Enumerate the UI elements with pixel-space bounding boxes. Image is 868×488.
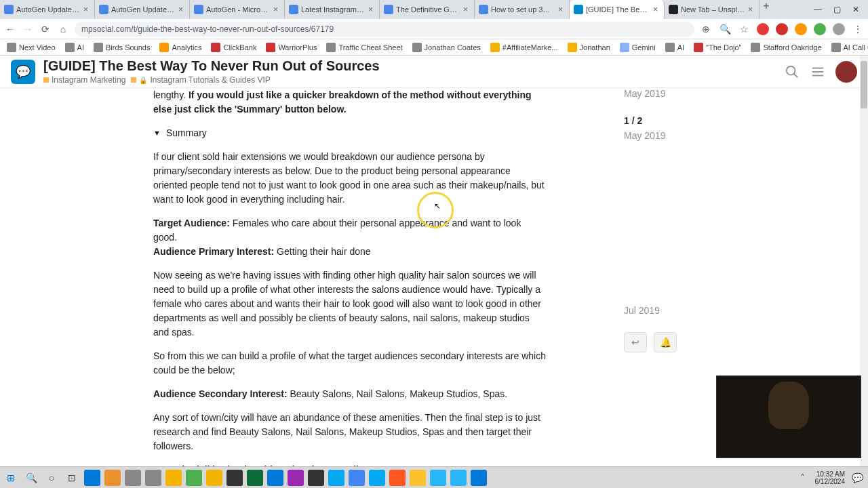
close-icon[interactable]: × <box>83 6 90 13</box>
taskbar-app[interactable] <box>165 470 182 486</box>
window-close[interactable]: ✕ <box>850 5 861 14</box>
start-button[interactable]: ⊞ <box>3 470 19 486</box>
bookmark-item[interactable]: Stafford Oakridge <box>748 41 824 54</box>
bookmark-icon <box>412 43 422 52</box>
taskbar-app[interactable] <box>349 470 365 486</box>
extension-icon[interactable] <box>757 23 769 35</box>
topic-title[interactable]: [GUIDE] The Best Way To Never Run Out of… <box>43 58 776 74</box>
back-button[interactable]: ← <box>4 23 16 35</box>
bookmark-item[interactable]: Birds Sounds <box>91 41 153 54</box>
cortana-icon[interactable]: ○ <box>43 470 60 486</box>
svg-point-0 <box>787 66 795 75</box>
taskbar-app[interactable] <box>247 470 263 486</box>
webcam-overlay <box>716 375 861 458</box>
close-icon[interactable]: × <box>273 6 280 13</box>
close-icon[interactable]: × <box>463 6 470 13</box>
close-icon[interactable]: × <box>558 6 565 13</box>
system-clock[interactable]: 10:32 AM 6/12/2024 <box>815 470 846 485</box>
close-icon[interactable]: × <box>653 6 660 13</box>
tray-chevron-icon[interactable]: ˄ <box>795 470 811 486</box>
taskbar-app[interactable] <box>226 470 243 486</box>
tab-5[interactable]: How to set up 3G/4G Pro× <box>475 0 570 19</box>
extension-icon[interactable] <box>776 23 788 35</box>
address-bar[interactable]: mpsocial.com/t/guide-the-best-way-to-nev… <box>75 22 694 37</box>
bookmark-item[interactable]: AI Call Center <box>829 41 869 54</box>
zoom-icon[interactable]: 🔍 <box>719 23 731 35</box>
taskbar-app[interactable] <box>308 470 324 486</box>
user-avatar[interactable] <box>835 61 857 83</box>
taskbar-app[interactable] <box>471 470 487 486</box>
extension-icon[interactable] <box>814 23 826 35</box>
chrome-menu-icon[interactable]: ⋮ <box>852 23 864 35</box>
close-icon[interactable]: × <box>368 6 375 13</box>
forward-button[interactable]: → <box>22 23 34 35</box>
taskbar-app[interactable] <box>288 470 304 486</box>
tab-2[interactable]: AutoGen - Microsoft Res× <box>190 0 285 19</box>
taskbar-app[interactable] <box>328 470 344 486</box>
bookmark-item[interactable]: Next Video <box>4 41 58 54</box>
bookmark-item[interactable]: Analytics <box>157 41 204 54</box>
category-link[interactable]: Instagram Marketing <box>43 75 125 85</box>
taskbar-app[interactable] <box>125 470 141 486</box>
browser-tabs: AutoGen Updates Comple× AutoGen Updates … <box>0 0 806 19</box>
taskbar-app[interactable] <box>267 470 283 486</box>
extensions-menu-icon[interactable] <box>833 23 845 35</box>
close-icon[interactable]: × <box>178 6 185 13</box>
notifications-button[interactable]: 🔔 <box>654 332 677 352</box>
bookmark-item[interactable]: WarriorPlus <box>263 41 319 54</box>
reply-button[interactable]: ↩ <box>624 332 647 352</box>
taskbar-app[interactable] <box>430 470 446 486</box>
task-view-icon[interactable]: ⊡ <box>64 470 80 486</box>
bookmark-item[interactable]: Jonathan <box>565 41 613 54</box>
bookmark-item[interactable]: Gemini <box>617 41 658 54</box>
hamburger-menu-icon[interactable] <box>810 64 826 80</box>
bookmark-item[interactable]: Traffic Cheat Sheet <box>323 41 405 54</box>
window-minimize[interactable]: — <box>812 5 823 14</box>
bookmark-item[interactable]: #AffiliateMarke... <box>488 41 561 54</box>
search-button[interactable]: 🔍 <box>23 470 39 486</box>
tab-3[interactable]: Latest Instagram Marketi× <box>285 0 380 19</box>
tab-1[interactable]: AutoGen Updates Comple× <box>95 0 190 19</box>
taskbar-app[interactable] <box>369 470 385 486</box>
tab-6-active[interactable]: [GUIDE] The Best Way To× <box>570 0 665 19</box>
bookmark-item[interactable]: ClickBank <box>208 41 259 54</box>
taskbar-app[interactable] <box>104 470 121 486</box>
close-icon[interactable]: × <box>748 6 755 13</box>
tab-0[interactable]: AutoGen Updates Comple× <box>0 0 95 19</box>
svg-line-1 <box>794 73 798 77</box>
timeline-end-date[interactable]: Jul 2019 <box>624 305 660 316</box>
reload-button[interactable]: ⟳ <box>39 23 52 35</box>
tab-7[interactable]: New Tab – Unsplash Ins× <box>665 0 760 19</box>
taskbar-app[interactable] <box>145 470 161 486</box>
taskbar-app[interactable] <box>450 470 467 486</box>
taskbar-app[interactable] <box>186 470 202 486</box>
bookmark-item[interactable]: Jonathan Coates <box>410 41 484 54</box>
taskbar-app[interactable] <box>389 470 406 486</box>
taskbar-app[interactable] <box>206 470 222 486</box>
bookmark-icon <box>694 43 703 52</box>
tab-4[interactable]: The Definitive Guide for C× <box>380 0 475 19</box>
favicon <box>4 5 14 14</box>
home-button[interactable]: ⌂ <box>57 23 69 35</box>
extension-icon[interactable] <box>795 23 807 35</box>
window-maximize[interactable]: ▢ <box>831 5 842 14</box>
scrollbar-thumb[interactable] <box>861 61 867 108</box>
bookmarks-bar: Next Video AI Birds Sounds Analytics Cli… <box>0 39 868 56</box>
favicon <box>384 5 393 14</box>
bookmark-item[interactable]: "The Dojo" <box>691 41 744 54</box>
forum-logo[interactable]: 💬 <box>11 60 35 84</box>
timeline-start-date[interactable]: May 2019 <box>624 88 665 99</box>
search-icon[interactable] <box>784 64 800 80</box>
summary-toggle[interactable]: ▼Summary <box>153 126 547 140</box>
install-icon[interactable]: ⊕ <box>700 23 712 35</box>
bookmark-item[interactable]: AI <box>62 41 87 54</box>
star-icon[interactable]: ☆ <box>738 23 750 35</box>
bookmark-item[interactable]: AI <box>663 41 687 54</box>
timeline-position: 1 / 2 <box>624 115 665 126</box>
category-link[interactable]: 🔒Instagram Tutorials & Guides VIP <box>131 75 270 85</box>
bookmark-icon <box>159 43 169 52</box>
notifications-icon[interactable]: 💬 <box>849 470 865 486</box>
taskbar-app[interactable] <box>410 470 426 486</box>
taskbar-app[interactable] <box>84 470 100 486</box>
new-tab-button[interactable]: + <box>760 0 773 19</box>
